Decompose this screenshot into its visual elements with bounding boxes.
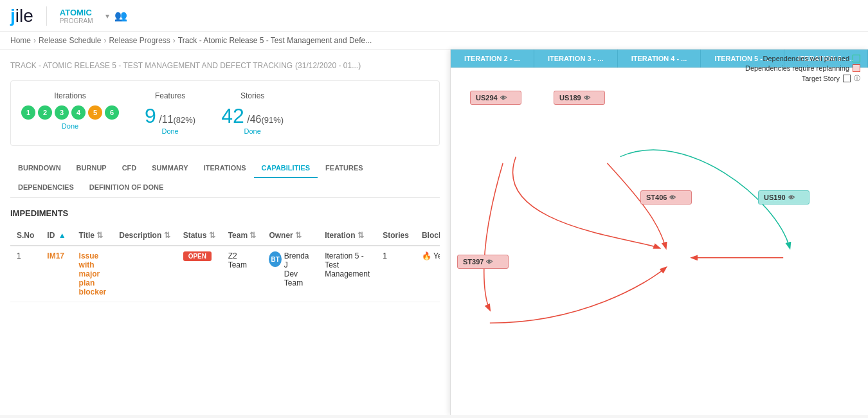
cell-status: OPEN bbox=[177, 246, 222, 302]
stories-done: Done bbox=[244, 127, 261, 135]
program-label: PROGRAM bbox=[60, 17, 93, 24]
eye-icon-ST406[interactable]: 👁 bbox=[669, 194, 676, 201]
card-ST406[interactable]: ST406 👁 bbox=[640, 190, 692, 204]
impediments-table: S.No ID ▲ Title ⇅ Description ⇅ Status ⇅… bbox=[10, 226, 440, 302]
logo: jile bbox=[10, 6, 33, 26]
tab-iterations[interactable]: ITERATIONS bbox=[196, 159, 254, 178]
legend-box-green bbox=[853, 55, 860, 62]
tab-features[interactable]: FEATURES bbox=[318, 159, 370, 178]
features-label: Features bbox=[155, 91, 185, 100]
card-id-ST397: ST397 bbox=[463, 258, 484, 266]
eye-icon-US294[interactable]: 👁 bbox=[500, 95, 507, 102]
blocker-yes: Yes bbox=[433, 251, 440, 260]
features-stat: Features 9 /11(82%) Done bbox=[145, 91, 195, 135]
tab-burnup[interactable]: BURNUP bbox=[69, 159, 114, 178]
dep-map: ITERATION 2 - ... ITERATION 3 - ... ITER… bbox=[451, 50, 868, 415]
tab-burndown[interactable]: BURNDOWN bbox=[10, 159, 69, 178]
legend-box-outline bbox=[843, 75, 851, 82]
eye-icon-US190[interactable]: 👁 bbox=[788, 194, 795, 201]
col-status[interactable]: Status ⇅ bbox=[177, 226, 222, 246]
owner-cell: BT Brenda JDev Team bbox=[269, 251, 312, 287]
dep-arrows-svg bbox=[451, 68, 868, 415]
col-stories[interactable]: Stories bbox=[376, 226, 415, 246]
col-description[interactable]: Description ⇅ bbox=[113, 226, 176, 246]
eye-icon-ST397[interactable]: 👁 bbox=[486, 259, 493, 266]
status-badge: OPEN bbox=[183, 251, 212, 261]
stories-stat: Stories 42 /46(91%) Done bbox=[221, 91, 284, 135]
iter-col-4[interactable]: ITERATION 4 - ... bbox=[618, 50, 701, 68]
col-iteration[interactable]: Iteration ⇅ bbox=[318, 226, 376, 246]
program-badge: ATOMIC PROGRAM bbox=[60, 8, 93, 24]
legend-require-replanning-label: Dependencies require replanning bbox=[745, 64, 849, 72]
left-panel: TRACK - ATOMIC RELEASE 5 - TEST MANAGEME… bbox=[0, 50, 450, 415]
card-US190[interactable]: US190 👁 bbox=[758, 190, 809, 204]
stories-label: Stories bbox=[240, 91, 264, 100]
header-divider bbox=[46, 6, 47, 26]
iter-col-3[interactable]: ITERATION 3 - ... bbox=[534, 50, 618, 68]
tab-dependencies[interactable]: DEPENDENCIES bbox=[10, 178, 82, 197]
legend-well-planned-label: Dependencies well planned bbox=[763, 55, 849, 62]
impediment-id-link[interactable]: IM17 bbox=[47, 251, 64, 260]
col-sno[interactable]: S.No bbox=[10, 226, 41, 246]
cell-description bbox=[113, 246, 176, 302]
features-done: Done bbox=[161, 127, 178, 135]
nav-tabs: BURNDOWN BURNUP CFD SUMMARY ITERATIONS C… bbox=[10, 159, 440, 198]
card-id-ST406: ST406 bbox=[646, 194, 667, 201]
cell-sno: 1 bbox=[10, 246, 41, 302]
card-US189[interactable]: US189 👁 bbox=[554, 91, 605, 105]
impediments-title: IMPEDIMENTS bbox=[10, 208, 440, 218]
logo-area: jile ATOMIC PROGRAM bbox=[10, 6, 93, 26]
breadcrumb-current: Track - Atomic Release 5 - Test Manageme… bbox=[178, 36, 372, 45]
dot-1: 1 bbox=[21, 105, 35, 120]
cell-team: Z2 Team bbox=[222, 246, 263, 302]
cell-stories: 1 bbox=[376, 246, 415, 302]
iter-col-2[interactable]: ITERATION 2 - ... bbox=[451, 50, 534, 68]
dependency-map-panel: Dependencies well planned Dependencies r… bbox=[450, 50, 868, 415]
breadcrumb-release-progress[interactable]: Release Progress bbox=[109, 36, 170, 45]
card-US294[interactable]: US294 👁 bbox=[470, 91, 521, 105]
stats-row: Iterations 1 2 3 4 5 6 Done Features 9 /… bbox=[10, 80, 440, 146]
program-name: ATOMIC bbox=[60, 8, 93, 17]
card-id-US189: US189 bbox=[559, 94, 581, 102]
col-title[interactable]: Title ⇅ bbox=[73, 226, 113, 246]
table-header-row: S.No ID ▲ Title ⇅ Description ⇅ Status ⇅… bbox=[10, 226, 440, 246]
breadcrumb-release-schedule[interactable]: Release Schedule bbox=[39, 36, 101, 45]
table-row: 1 IM17 Issue with major plan blocker OPE… bbox=[10, 246, 440, 302]
tab-cfd[interactable]: CFD bbox=[114, 159, 145, 178]
tab-definition[interactable]: DEFINITION OF DONE bbox=[82, 178, 172, 197]
legend-well-planned: Dependencies well planned bbox=[745, 55, 860, 62]
cell-owner: BT Brenda JDev Team bbox=[262, 246, 318, 302]
dot-2: 2 bbox=[38, 105, 52, 120]
breadcrumb: Home › Release Schedule › Release Progre… bbox=[0, 32, 868, 50]
iterations-label: Iterations bbox=[54, 91, 86, 100]
col-id[interactable]: ID ▲ bbox=[41, 226, 72, 246]
track-title: TRACK - ATOMIC RELEASE 5 - TEST MANAGEME… bbox=[10, 60, 440, 70]
col-blocker[interactable]: Blocker ⇅ bbox=[415, 226, 440, 246]
dependency-legend: Dependencies well planned Dependencies r… bbox=[745, 55, 860, 85]
dot-6: 6 bbox=[105, 105, 119, 120]
org-icon[interactable]: 👥 bbox=[114, 10, 127, 22]
tab-capabilities[interactable]: CAPABILITIES bbox=[254, 159, 318, 178]
dot-4: 4 bbox=[71, 105, 86, 120]
tab-summary[interactable]: SUMMARY bbox=[144, 159, 195, 178]
app-header: jile ATOMIC PROGRAM ▾ 👥 bbox=[0, 0, 868, 32]
fire-icon: 🔥 bbox=[422, 251, 431, 260]
dropdown-arrow-icon[interactable]: ▾ bbox=[105, 12, 109, 21]
owner-name: Brenda JDev Team bbox=[284, 251, 312, 287]
col-team[interactable]: Team ⇅ bbox=[222, 226, 263, 246]
cell-iteration: Iteration 5 - Test Management bbox=[318, 246, 376, 302]
legend-info-icon: ⓘ bbox=[854, 74, 860, 83]
iterations-done: Done bbox=[62, 122, 78, 130]
iterations-stat: Iterations 1 2 3 4 5 6 Done bbox=[21, 91, 119, 135]
legend-require-replanning: Dependencies require replanning bbox=[745, 64, 860, 72]
card-id-US294: US294 bbox=[476, 94, 498, 102]
card-ST397[interactable]: ST397 👁 bbox=[457, 255, 509, 269]
legend-box-red bbox=[853, 64, 860, 72]
col-owner[interactable]: Owner ⇅ bbox=[262, 226, 318, 246]
card-id-US190: US190 bbox=[764, 194, 786, 201]
eye-icon-US189[interactable]: 👁 bbox=[584, 95, 590, 102]
dot-5: 5 bbox=[88, 105, 102, 120]
breadcrumb-home[interactable]: Home bbox=[10, 36, 31, 45]
dot-3: 3 bbox=[55, 105, 69, 120]
stories-number: 42 /46(91%) bbox=[221, 105, 284, 126]
